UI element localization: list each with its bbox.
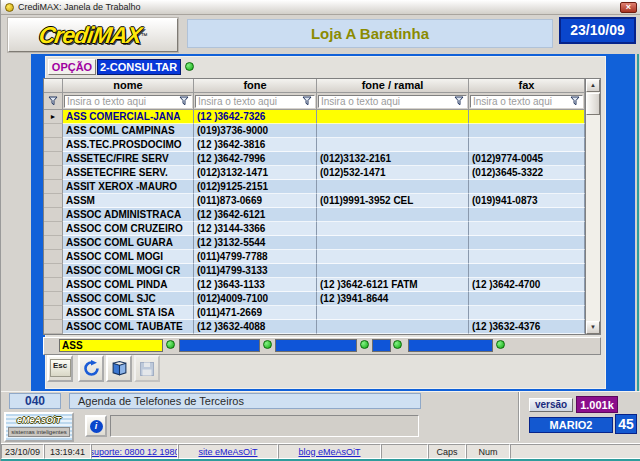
filter-funnel-icon[interactable] [454,96,464,106]
refresh-button[interactable] [78,355,104,382]
column-header-fone-ramal[interactable]: fone / ramal [317,79,469,93]
cell-fax[interactable] [469,292,585,306]
vertical-scrollbar[interactable]: ▲ ▼ [585,79,600,334]
cell-fax[interactable]: (12 )3642-4700 [469,278,585,292]
cell-fax[interactable] [469,264,585,278]
cell-fax[interactable] [469,208,585,222]
scrollbar-thumb[interactable] [586,93,600,115]
cell-fax[interactable] [469,236,585,250]
search-input-fone[interactable] [179,339,260,352]
filter-input-fone-ramal[interactable]: Insira o texto aqui [318,95,467,108]
cell-fone-ramal[interactable] [317,236,469,250]
table-row[interactable]: ASSOC COML MOGI CR(011)4799-3133 [44,264,585,278]
scroll-down-icon[interactable]: ▼ [586,321,600,334]
cell-fax[interactable]: (012)9774-0045 [469,152,585,166]
version-button[interactable]: versão [529,398,573,412]
search-input-ramal2[interactable] [372,339,391,352]
column-header-nome[interactable]: nome [63,79,194,93]
cell-fax[interactable] [469,124,585,138]
cell-fone-ramal[interactable]: (011)9991-3952 CEL [317,194,469,208]
cell-fone[interactable]: (12 )3642-7996 [194,152,317,166]
cell-nome[interactable]: ASSETEC/FIRE SERV [63,152,194,166]
cell-fone-ramal[interactable] [317,124,469,138]
filter-cell-fax[interactable]: Insira o texto aqui [469,93,585,109]
cell-fone[interactable]: (12 )3642-3816 [194,138,317,152]
cell-fone-ramal[interactable] [317,110,469,124]
cell-fax[interactable] [469,250,585,264]
cell-fone-ramal[interactable] [317,138,469,152]
scroll-up-icon[interactable]: ▲ [586,79,600,92]
cell-fax[interactable]: (12 )3632-4376 [469,320,585,334]
cell-nome[interactable]: ASSOC COM CRUZEIRO [63,222,194,236]
cell-fone[interactable]: (12 )3642-6121 [194,208,317,222]
cell-fone-ramal[interactable]: (12 )3642-6121 FATM [317,278,469,292]
cell-fax[interactable] [469,180,585,194]
cell-fone-ramal[interactable] [317,320,469,334]
column-header-fax[interactable]: fax [469,79,585,93]
cell-fax[interactable] [469,110,585,124]
cell-fone-ramal[interactable] [317,208,469,222]
cell-nome[interactable]: ASSM [63,194,194,208]
cell-fone[interactable]: (12 )3132-5544 [194,236,317,250]
esc-button[interactable]: Esc [47,355,73,382]
cell-nome[interactable]: ASSIT XEROX -MAURO [63,180,194,194]
cell-nome[interactable]: ASSOC COML MOGI CR [63,264,194,278]
cell-fone[interactable]: (011)873-0669 [194,194,317,208]
table-row[interactable]: ASSOC COML SJC(012)4009-7100(12 )3941-86… [44,292,585,306]
cell-nome[interactable]: ASSOC COML TAUBATE [63,320,194,334]
title-bar[interactable]: CrediMAX: Janela de Trabalho × [1,0,640,15]
cell-nome[interactable]: ASSOC COML STA ISA [63,306,194,320]
table-row[interactable]: ASSOC ADMINISTRACA(12 )3642-6121 [44,208,585,222]
info-button[interactable]: i [85,415,107,437]
table-row[interactable]: ASSOC COML GUARA(12 )3132-5544 [44,236,585,250]
table-row[interactable]: ASSOC COML STA ISA(011)471-2669 [44,306,585,320]
cell-fone[interactable]: (12 )3642-7326 [194,110,317,124]
cell-fone-ramal[interactable] [317,306,469,320]
filter-funnel-icon[interactable] [179,96,189,106]
brand-logo-button[interactable]: eMeAsOiT sistemas inteligentes [4,412,74,442]
cell-fone-ramal[interactable]: (012)3132-2161 [317,152,469,166]
table-row[interactable]: ASSOC COML TAUBATE(12 )3632-4088(12 )363… [44,320,585,334]
cell-fone[interactable]: (011)471-2669 [194,306,317,320]
cell-fone[interactable]: (12 )3144-3366 [194,222,317,236]
cell-nome[interactable]: ASSOC COML GUARA [63,236,194,250]
cell-fone-ramal[interactable]: (012)532-1471 [317,166,469,180]
cell-fax[interactable] [469,222,585,236]
search-input-fone-ramal[interactable] [275,339,357,352]
cell-fone[interactable]: (12 )3632-4088 [194,320,317,334]
table-row[interactable]: ASSM(011)873-0669(011)9991-3952 CEL(019)… [44,194,585,208]
search-input-fax[interactable] [408,339,493,352]
cell-nome[interactable]: ASSOC ADMINISTRACA [63,208,194,222]
table-row[interactable]: ASS COML CAMPINAS(019)3736-9000 [44,124,585,138]
filter-funnel-icon[interactable] [570,96,580,106]
close-button[interactable]: × [620,2,637,13]
column-header-fone[interactable]: fone [194,79,317,93]
support-link[interactable]: suporte: 0800 12 1980 [91,447,178,457]
filter-input-nome[interactable]: Insira o texto aqui [64,95,192,108]
table-row[interactable]: ►ASS COMERCIAL-JANA(12 )3642-7326 [44,110,585,124]
cell-fone-ramal[interactable] [317,250,469,264]
cell-fone-ramal[interactable] [317,222,469,236]
cell-fone[interactable]: (12 )3643-1133 [194,278,317,292]
phonebook-button[interactable] [106,355,132,382]
filter-selector-cell[interactable] [44,93,63,109]
cell-nome[interactable]: ASSOC COML SJC [63,292,194,306]
table-row[interactable]: ASSETEC/FIRE SERV(12 )3642-7996(012)3132… [44,152,585,166]
cell-nome[interactable]: ASSOC COML PINDA [63,278,194,292]
site-link[interactable]: site eMeAsOiT [198,447,257,457]
cell-fone-ramal[interactable]: (12 )3941-8644 [317,292,469,306]
cell-fone[interactable]: (012)9125-2151 [194,180,317,194]
cell-fone[interactable]: (011)4799-3133 [194,264,317,278]
table-row[interactable]: ASSOC COML MOGI(011)4799-7788 [44,250,585,264]
blog-link[interactable]: blog eMeAsOiT [298,447,360,457]
table-row[interactable]: ASSETECFIRE SERV.(012)3132-1471(012)532-… [44,166,585,180]
filter-input-fax[interactable]: Insira o texto aqui [470,95,583,108]
filter-input-fone[interactable]: Insira o texto aqui [195,95,315,108]
save-button[interactable] [134,355,160,382]
cell-fone[interactable]: (011)4799-7788 [194,250,317,264]
cell-fax[interactable]: (019)941-0873 [469,194,585,208]
filter-cell-fone-ramal[interactable]: Insira o texto aqui [317,93,469,109]
cell-nome[interactable]: ASSOC COML MOGI [63,250,194,264]
cell-fax[interactable]: (012)3645-3322 [469,166,585,180]
table-row[interactable]: ASSOC COML PINDA(12 )3643-1133(12 )3642-… [44,278,585,292]
